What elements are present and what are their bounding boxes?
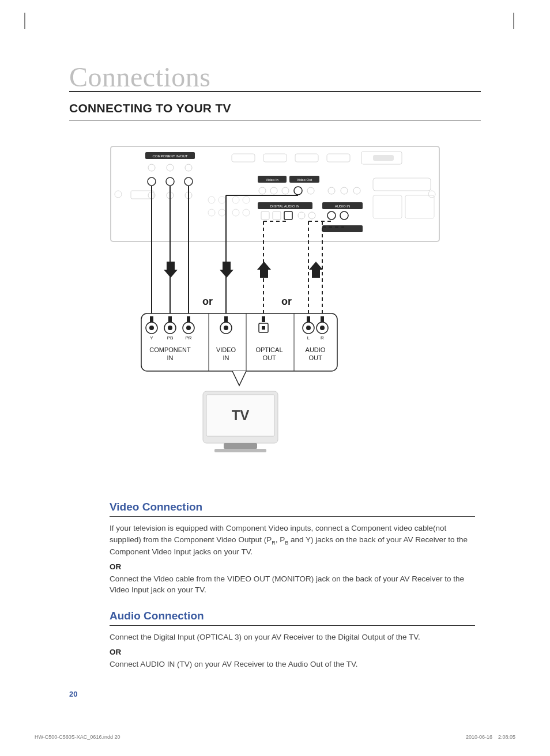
- svg-rect-83: [262, 326, 265, 330]
- svg-rect-76: [224, 316, 228, 322]
- svg-text:OPTICAL: OPTICAL: [255, 346, 282, 353]
- svg-point-30: [259, 187, 266, 194]
- chapter-title: Connections: [69, 63, 481, 92]
- audio-or: OR: [110, 648, 475, 656]
- svg-point-64: [149, 326, 154, 330]
- svg-text:IN: IN: [167, 354, 174, 361]
- svg-rect-86: [307, 316, 310, 322]
- svg-point-42: [327, 211, 336, 220]
- svg-rect-68: [187, 316, 190, 322]
- svg-point-32: [282, 187, 289, 194]
- svg-point-91: [320, 326, 325, 330]
- svg-text:VIDEO: VIDEO: [216, 346, 236, 353]
- text-content: Video Connection If your television is e…: [110, 501, 475, 670]
- diagram-or: or: [281, 296, 292, 307]
- svg-text:Y: Y: [150, 335, 153, 341]
- section-title: CONNECTING TO YOUR TV: [69, 101, 481, 120]
- footer-date: 2010-06-16: [466, 734, 492, 740]
- svg-rect-62: [150, 316, 153, 322]
- svg-point-33: [294, 187, 302, 195]
- panel-label: Video In: [266, 178, 278, 182]
- svg-point-31: [270, 187, 277, 194]
- crop-mark: [24, 13, 25, 29]
- svg-text:R: R: [321, 335, 324, 341]
- svg-text:IN: IN: [223, 354, 229, 361]
- svg-rect-81: [262, 316, 265, 322]
- svg-point-4: [148, 164, 155, 171]
- svg-rect-65: [168, 316, 172, 322]
- svg-point-6: [185, 164, 192, 171]
- svg-text:OUT: OUT: [308, 354, 322, 361]
- audio-p1: Connect the Digital Input (OPTICAL 3) on…: [110, 632, 475, 643]
- svg-rect-15: [295, 154, 318, 162]
- svg-point-43: [340, 211, 348, 220]
- svg-point-5: [167, 164, 174, 171]
- svg-point-20: [208, 196, 215, 203]
- panel-label: DIGITAL AUDIO IN: [270, 205, 300, 208]
- svg-point-9: [184, 177, 193, 186]
- svg-point-34: [307, 187, 314, 194]
- svg-rect-48: [373, 195, 402, 218]
- page-content: Connections CONNECTING TO YOUR TV COMPON…: [69, 63, 481, 698]
- svg-rect-49: [405, 195, 434, 218]
- svg-point-88: [306, 326, 311, 330]
- svg-rect-16: [327, 154, 350, 162]
- svg-rect-14: [263, 154, 287, 162]
- svg-point-22: [208, 209, 215, 216]
- video-p1: If your television is equipped with Comp…: [110, 523, 475, 558]
- video-or: OR: [110, 562, 475, 571]
- svg-point-78: [224, 326, 228, 330]
- svg-point-23: [219, 209, 225, 216]
- svg-rect-37: [273, 211, 281, 220]
- svg-text:OUT: OUT: [262, 354, 276, 361]
- svg-rect-50: [322, 225, 363, 232]
- panel-label: COMPONENT IN/OUT: [153, 154, 188, 158]
- svg-point-39: [298, 212, 305, 219]
- panel-label: AUDIO IN: [335, 205, 351, 208]
- svg-point-1: [115, 191, 122, 198]
- svg-text:TV: TV: [232, 407, 250, 423]
- tv-icon: TV: [203, 391, 278, 452]
- svg-rect-13: [232, 154, 255, 162]
- svg-point-24: [232, 196, 239, 203]
- svg-point-40: [308, 212, 315, 219]
- svg-rect-18: [373, 155, 394, 161]
- svg-rect-99: [214, 449, 266, 452]
- svg-point-8: [166, 177, 174, 186]
- diagram-or: or: [202, 296, 213, 307]
- svg-point-21: [219, 196, 225, 203]
- svg-point-25: [243, 196, 250, 203]
- svg-point-45: [341, 187, 348, 194]
- svg-rect-89: [321, 316, 324, 322]
- svg-text:PB: PB: [167, 335, 174, 341]
- svg-text:PR: PR: [185, 335, 191, 341]
- svg-rect-98: [224, 443, 257, 449]
- connection-diagram: COMPONENT IN/OUT: [69, 138, 481, 478]
- audio-heading: Audio Connection: [110, 610, 475, 626]
- svg-rect-36: [261, 211, 269, 220]
- svg-point-7: [148, 177, 156, 186]
- svg-point-27: [243, 209, 250, 216]
- svg-text:AUDIO: AUDIO: [306, 346, 326, 353]
- footer-time: 2:08:05: [498, 734, 515, 740]
- svg-point-44: [328, 187, 335, 194]
- svg-point-70: [186, 326, 191, 330]
- svg-point-26: [232, 209, 239, 216]
- svg-point-67: [168, 326, 172, 330]
- footer-file: HW-C500-C560S-XAC_0616.indd 20: [35, 734, 120, 740]
- video-p2: Connect the Video cable from the VIDEO O…: [110, 573, 475, 596]
- svg-text:L: L: [307, 335, 310, 341]
- video-heading: Video Connection: [110, 501, 475, 517]
- crop-mark: [513, 13, 514, 29]
- svg-rect-38: [284, 211, 292, 220]
- svg-point-46: [353, 187, 360, 194]
- print-footer: HW-C500-C560S-XAC_0616.indd 20 2010-06-1…: [35, 734, 515, 740]
- audio-p2: Connect AUDIO IN (TV) on your AV Receive…: [110, 659, 475, 670]
- panel-label: Video Out: [297, 178, 312, 182]
- svg-rect-47: [373, 178, 431, 191]
- svg-text:COMPONENT: COMPONENT: [149, 346, 191, 353]
- page-number: 20: [69, 690, 77, 698]
